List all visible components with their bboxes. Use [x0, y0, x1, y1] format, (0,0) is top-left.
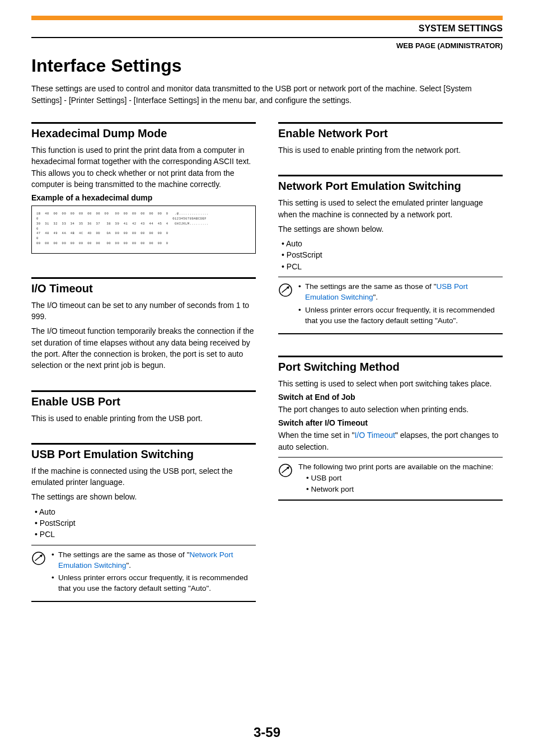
- hex-dump-example-label: Example of a hexadecimal dump: [31, 193, 256, 202]
- io-timeout-heading: I/O Timeout: [31, 282, 256, 295]
- system-settings-header: SYSTEM SETTINGS: [31, 21, 503, 37]
- list-item: PCL: [35, 529, 256, 540]
- list-item: PostScript: [282, 249, 503, 260]
- port-switch-body: This setting is used to select when port…: [278, 378, 503, 389]
- list-item: Auto: [35, 506, 256, 517]
- note-icon: [278, 463, 293, 478]
- note-icon: [278, 283, 293, 297]
- page-number: 3-59: [0, 725, 534, 740]
- usb-emu-body2: The settings are shown below.: [31, 491, 256, 502]
- note-text: The settings are the same as those of ": [58, 550, 189, 559]
- net-emu-body1: This setting is used to select the emula…: [278, 197, 503, 220]
- note-text: ".: [127, 561, 132, 570]
- list-item: Auto: [282, 238, 503, 249]
- port-switch-note: The following two print ports are availa…: [278, 457, 503, 501]
- intro-text: These settings are used to control and m…: [31, 83, 503, 106]
- usb-emu-heading: USB Port Emulation Switching: [31, 448, 256, 461]
- hex-dump-example: 1B 40 00 00 00 00 00 00 00 00 00 00 00 0…: [31, 206, 256, 254]
- note-intro: The following two print ports are availa…: [298, 462, 503, 473]
- breadcrumb: WEB PAGE (ADMINISTRATOR): [31, 41, 503, 50]
- note-text: Unless printer errors occur frequently, …: [58, 573, 256, 594]
- enable-usb-heading: Enable USB Port: [31, 395, 256, 408]
- usb-emu-list: Auto PostScript PCL: [31, 506, 256, 540]
- usb-emu-note: •The settings are the same as those of "…: [31, 545, 256, 603]
- io-timeout-body2: The I/O timeout function temporarily bre…: [31, 325, 256, 371]
- list-item: PCL: [282, 261, 503, 272]
- list-item: PostScript: [35, 517, 256, 529]
- net-emu-list: Auto PostScript PCL: [278, 238, 503, 272]
- enable-usb-body: This is used to enable printing from the…: [31, 413, 256, 424]
- net-emu-body2: The settings are shown below.: [278, 223, 503, 235]
- page-title: Interface Settings: [31, 55, 503, 76]
- switch-io-timeout-title: Switch after I/O Timeout: [278, 418, 503, 427]
- io-timeout-link[interactable]: I/O Timeout: [354, 431, 395, 440]
- note-text: ".: [373, 293, 378, 301]
- list-item: Network port: [306, 484, 503, 495]
- switch-end-job-title: Switch at End of Job: [278, 393, 503, 402]
- usb-emu-body1: If the machine is connected using the US…: [31, 465, 256, 488]
- switch-io-timeout-body: When the time set in "I/O Timeout" elaps…: [278, 430, 503, 452]
- note-text: The settings are the same as those of ": [305, 282, 436, 291]
- port-switch-heading: Port Switching Method: [278, 361, 503, 374]
- list-item: USB port: [306, 473, 503, 484]
- note-icon: [31, 551, 46, 566]
- net-emu-note: •The settings are the same as those of "…: [278, 277, 503, 334]
- net-emu-heading: Network Port Emulation Switching: [278, 180, 503, 193]
- enable-net-heading: Enable Network Port: [278, 127, 503, 140]
- hex-dump-heading: Hexadecimal Dump Mode: [31, 127, 256, 140]
- io-timeout-body1: The I/O timeout can be set to any number…: [31, 300, 256, 323]
- switch-end-job-body: The port changes to auto selection when …: [278, 404, 503, 415]
- enable-net-body: This is used to enable printing from the…: [278, 144, 503, 156]
- hex-dump-body: This function is used to print the print…: [31, 144, 256, 190]
- note-text: Unless printer errors occur frequently, …: [305, 305, 503, 326]
